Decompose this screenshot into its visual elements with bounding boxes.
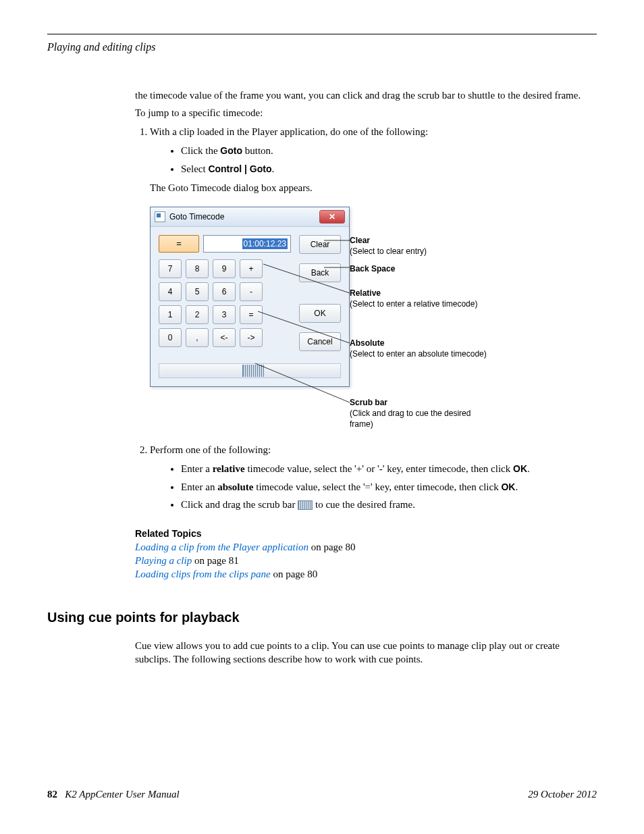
goto-timecode-figure: Goto Timecode ✕ = 01:00:12.23 7 8	[150, 207, 597, 429]
related-page-2: on page 81	[192, 555, 239, 566]
lead-in: To jump to a specific timecode:	[135, 106, 597, 120]
related-page-1: on page 80	[308, 542, 356, 552]
annot-relative-sub: (Select to enter a relative timecode)	[350, 298, 477, 309]
annot-absolute-sub: (Select to enter an absolute timecode)	[350, 348, 487, 359]
intro-paragraph: the timecode value of the frame you want…	[135, 88, 597, 102]
key-left[interactable]: <-	[213, 328, 236, 347]
annot-scrub-sub: (Click and drag to cue the desired frame…	[350, 408, 489, 429]
key-5[interactable]: 5	[186, 282, 209, 301]
related-link-1[interactable]: Loading a clip from the Player applicati…	[135, 542, 308, 552]
key-6[interactable]: 6	[213, 282, 236, 301]
step-1: With a clip loaded in the Player applica…	[150, 125, 597, 429]
step2-bullet-2: Enter an absolute timecode value, select…	[181, 480, 597, 494]
annot-scrub-label: Scrub bar	[350, 397, 489, 408]
step2-bullet-1: Enter a relative timecode value, select …	[181, 462, 597, 475]
annot-clear-sub: (Select to clear entry)	[350, 246, 427, 257]
related-topics-heading: Related Topics	[135, 527, 597, 540]
app-icon	[155, 211, 165, 222]
related-link-2[interactable]: Playing a clip	[135, 555, 192, 566]
goto-timecode-dialog: Goto Timecode ✕ = 01:00:12.23 7 8	[150, 207, 350, 387]
key-7[interactable]: 7	[159, 259, 182, 278]
page-number: 82	[47, 789, 57, 800]
cue-points-paragraph: Cue view allows you to add cue points to…	[135, 639, 597, 667]
footer-date: 29 October 2012	[528, 787, 597, 801]
key-1[interactable]: 1	[159, 305, 182, 324]
leader-lines	[331, 207, 350, 429]
key-minus[interactable]: -	[240, 282, 263, 301]
annot-backspace-label: Back Space	[350, 263, 395, 274]
key-3[interactable]: 3	[213, 305, 236, 324]
key-4[interactable]: 4	[159, 282, 182, 301]
step2-bullet-3: Click and drag the scrub bar to cue the …	[181, 498, 597, 511]
dialog-appears-text: The Goto Timecode dialog box appears.	[150, 181, 597, 194]
related-page-3: on page 80	[271, 569, 318, 579]
key-right[interactable]: ->	[240, 328, 263, 347]
mode-equals-button[interactable]: =	[159, 235, 199, 253]
key-9[interactable]: 9	[213, 259, 236, 278]
annot-absolute-label: Absolute	[350, 338, 487, 348]
annot-relative-label: Relative	[350, 288, 477, 298]
keypad: 7 8 9 + 4 5 6 - 1 2 3 =	[159, 259, 291, 347]
step1-bullet-2: Select Control | Goto.	[181, 162, 597, 176]
key-8[interactable]: 8	[186, 259, 209, 278]
page-footer: 82 K2 AppCenter User Manual 29 October 2…	[47, 787, 597, 801]
heading-cue-points: Using cue points for playback	[47, 608, 597, 627]
key-2[interactable]: 2	[186, 305, 209, 324]
key-equals[interactable]: =	[240, 305, 263, 324]
key-plus[interactable]: +	[240, 259, 263, 278]
figure-annotations: Clear (Select to clear entry) Back Space…	[350, 207, 489, 429]
related-link-3[interactable]: Loading clips from the clips pane	[135, 569, 271, 579]
step1-bullet-1: Click the Goto button.	[181, 144, 597, 157]
key-comma[interactable]: ,	[186, 328, 209, 347]
scrub-thumb[interactable]	[242, 365, 264, 377]
key-0[interactable]: 0	[159, 328, 182, 347]
step-2: Perform one of the following: Enter a re…	[150, 443, 597, 511]
annot-clear-label: Clear	[350, 235, 427, 246]
scrub-bar[interactable]	[159, 363, 341, 378]
section-header: Playing and editing clips	[47, 40, 597, 55]
scrub-bar-icon	[298, 500, 313, 510]
dialog-title: Goto Timecode	[169, 211, 224, 222]
manual-title: K2 AppCenter User Manual	[65, 789, 179, 800]
timecode-entry[interactable]: 01:00:12.23	[203, 235, 291, 253]
